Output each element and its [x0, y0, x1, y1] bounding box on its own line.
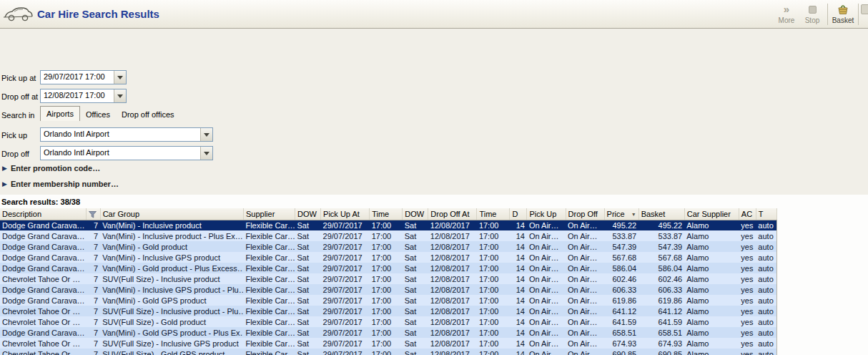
col-dropoff-at[interactable]: Drop Off At: [428, 208, 477, 220]
table-row[interactable]: Dodge Grand Carava…7Van(Mini) - Gold GPS…: [0, 327, 777, 338]
dropoff-at-input[interactable]: 12/08/2017 17:00: [40, 89, 127, 103]
col-ac[interactable]: AC: [739, 208, 756, 220]
col-car-supplier[interactable]: Car Supplier: [684, 208, 739, 220]
dropdown-arrow-icon[interactable]: [114, 89, 126, 102]
cell-days: 14: [510, 252, 527, 263]
col-pickup-time[interactable]: Time: [370, 208, 403, 220]
tab-dropoff-offices[interactable]: Drop off offices: [116, 107, 180, 121]
col-price[interactable]: Price▼: [604, 208, 638, 220]
cell-dropoff-loc: On Air…: [566, 220, 604, 230]
cell-supplier: Flexible Car…: [243, 252, 295, 263]
tab-offices[interactable]: Offices: [80, 107, 116, 121]
cell-dropoff-loc: On Air…: [566, 338, 604, 349]
cell-dropoff-loc: On Air…: [566, 252, 604, 263]
table-row[interactable]: Chevrolet Tahoe Or …7SUV(Full Size) - In…: [0, 306, 777, 316]
cell-dropoff-time: 17:00: [477, 241, 510, 252]
table-row[interactable]: Chevrolet Tahoe Or …7SUV(Full Size) - Go…: [0, 349, 777, 355]
col-filter[interactable]: [86, 208, 100, 220]
col-car-group[interactable]: Car Group: [100, 208, 243, 220]
pickup-location-select[interactable]: Orlando Intl Airport: [40, 127, 213, 142]
cell-dropoff-date: 12/08/2017: [428, 349, 477, 355]
cell-days: 14: [510, 241, 527, 252]
basket-button[interactable]: Basket: [830, 0, 856, 28]
dropdown-arrow-icon[interactable]: [200, 128, 212, 141]
cell-group: 7: [86, 263, 100, 273]
search-in-tabs: Airports Offices Drop off offices: [40, 106, 180, 121]
cell-dropoff-time: 17:00: [477, 284, 510, 295]
cell-car-group: Van(Mini) - Inclusive GPS product: [100, 252, 243, 263]
table-row[interactable]: Dodge Grand Carava…7Van(Mini) - Inclusiv…: [0, 220, 777, 230]
cell-description: Chevrolet Tahoe Or …: [0, 273, 86, 284]
cell-car-group: SUV(Full Size) - Inclusive GPS product: [100, 338, 243, 349]
col-pickup-at[interactable]: Pick Up At: [321, 208, 370, 220]
cell-pickup-loc: On Air…: [527, 263, 566, 273]
promo-code-expander[interactable]: ▶ Enter promotion code…: [2, 164, 100, 172]
cell-car-supplier: Alamo: [684, 220, 739, 230]
cell-dow1: Sat: [295, 284, 321, 295]
col-dropoff-time[interactable]: Time: [477, 208, 510, 220]
cell-price: 547.39: [604, 241, 638, 252]
table-row[interactable]: Dodge Grand Carava…7Van(Mini) - Gold pro…: [0, 241, 777, 252]
table-row[interactable]: Dodge Grand Carava…7Van(Mini) - Gold pro…: [0, 263, 777, 273]
cell-days: 14: [510, 220, 527, 230]
col-transmission[interactable]: T: [756, 208, 776, 220]
col-dow-pickup[interactable]: DOW: [295, 208, 321, 220]
cell-dropoff-date: 12/08/2017: [428, 230, 477, 241]
table-row[interactable]: Chevrolet Tahoe Or …7SUV(Full Size) - Go…: [0, 316, 777, 327]
cell-pickup-time: 17:00: [370, 241, 403, 252]
cell-dropoff-date: 12/08/2017: [428, 241, 477, 252]
cell-transmission: auto: [756, 273, 776, 284]
col-basket[interactable]: Basket: [638, 208, 684, 220]
col-dow-dropoff[interactable]: DOW: [403, 208, 428, 220]
cell-supplier: Flexible Car…: [243, 327, 295, 338]
cell-transmission: auto: [756, 220, 776, 230]
cell-pickup-date: 29/07/2017: [321, 327, 370, 338]
stop-button[interactable]: Stop: [799, 0, 825, 28]
dropdown-arrow-icon[interactable]: [200, 147, 212, 160]
cell-car-supplier: Alamo: [684, 306, 739, 316]
cell-supplier: Flexible Car…: [243, 273, 295, 284]
cell-dow2: Sat: [403, 295, 428, 306]
tab-airports[interactable]: Airports: [40, 106, 80, 121]
cell-description: Dodge Grand Carava…: [0, 220, 86, 230]
dropoff-location-value: Orlando Intl Airport: [41, 147, 200, 160]
table-row[interactable]: Chevrolet Tahoe Or …7SUV(Full Size) - In…: [0, 273, 777, 284]
clipped-toolbar-item[interactable]: [861, 0, 868, 28]
col-description[interactable]: Description: [0, 208, 86, 220]
cell-group: 7: [86, 230, 100, 241]
table-row[interactable]: Dodge Grand Carava…7Van(Mini) - Inclusiv…: [0, 284, 777, 295]
cell-basket: 641.12: [638, 306, 684, 316]
table-row[interactable]: Dodge Grand Carava…7Van(Mini) - Inclusiv…: [0, 230, 777, 241]
dropdown-arrow-icon[interactable]: [114, 71, 126, 84]
cell-description: Chevrolet Tahoe Or …: [0, 349, 86, 355]
more-button[interactable]: » More: [774, 0, 799, 28]
membership-number-expander[interactable]: ▶ Enter membership number…: [2, 180, 119, 188]
dropoff-location-select[interactable]: Orlando Intl Airport: [40, 146, 213, 160]
col-dropoff-office[interactable]: Drop Off: [566, 208, 604, 220]
cell-pickup-time: 17:00: [370, 306, 403, 316]
cell-transmission: auto: [756, 306, 776, 316]
cell-pickup-date: 29/07/2017: [321, 295, 370, 306]
cell-pickup-date: 29/07/2017: [321, 241, 370, 252]
cell-group: 7: [86, 284, 100, 295]
col-days[interactable]: D: [510, 208, 527, 220]
col-supplier[interactable]: Supplier: [243, 208, 295, 220]
cell-price: 602.46: [604, 273, 638, 284]
col-pickup-office[interactable]: Pick Up: [527, 208, 566, 220]
cell-dropoff-loc: On Air…: [566, 273, 604, 284]
table-row[interactable]: Chevrolet Tahoe Or …7SUV(Full Size) - In…: [0, 338, 777, 349]
cell-dropoff-date: 12/08/2017: [428, 252, 477, 263]
pickup-at-input[interactable]: 29/07/2017 17:00: [40, 70, 127, 84]
pickup-at-value: 29/07/2017 17:00: [41, 71, 114, 84]
cell-ac: yes: [739, 338, 756, 349]
table-row[interactable]: Dodge Grand Carava…7Van(Mini) - Gold GPS…: [0, 295, 777, 306]
table-row[interactable]: Dodge Grand Carava…7Van(Mini) - Inclusiv…: [0, 252, 777, 263]
cell-transmission: auto: [756, 230, 776, 241]
cell-price: 533.87: [604, 230, 638, 241]
cell-car-supplier: Alamo: [684, 252, 739, 263]
cell-dow2: Sat: [403, 338, 428, 349]
cell-pickup-time: 17:00: [370, 273, 403, 284]
cell-days: 14: [510, 349, 527, 355]
cell-dow1: Sat: [295, 349, 321, 355]
cell-dow1: Sat: [295, 306, 321, 316]
